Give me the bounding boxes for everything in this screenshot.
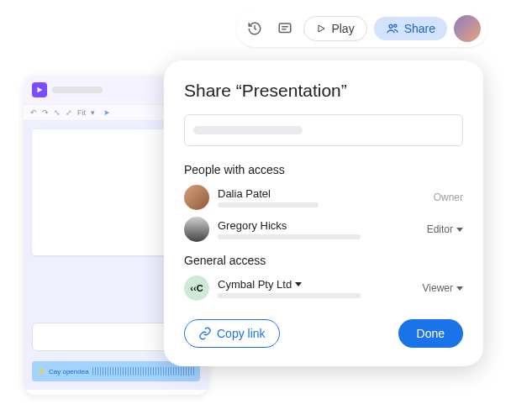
waveform-icon (92, 367, 195, 375)
svg-marker-3 (319, 25, 324, 32)
role-owner-label: Owner (434, 192, 463, 203)
chevron-down-icon (295, 282, 302, 286)
play-button[interactable]: Play (303, 16, 366, 41)
chevron-down-icon (456, 228, 463, 232)
role-dropdown[interactable]: Editor (427, 223, 463, 235)
svg-point-4 (389, 24, 392, 28)
avatar (184, 185, 209, 210)
account-avatar[interactable] (454, 15, 481, 42)
app-logo-icon (32, 82, 47, 97)
people-with-access-header: People with access (184, 163, 463, 176)
person-name: Gregory Hicks (218, 219, 419, 232)
comment-icon[interactable] (273, 17, 297, 40)
role-label: Editor (427, 223, 453, 235)
general-access-header: General access (184, 254, 463, 267)
role-label: Viewer (423, 282, 453, 294)
fit-label[interactable]: Fit (77, 108, 86, 117)
undo-icon[interactable]: ↶ (30, 108, 37, 117)
cursor-icon[interactable]: ➤ (103, 108, 110, 117)
audio-title: Cay opendea (49, 368, 89, 375)
role-dropdown[interactable]: Viewer (423, 282, 463, 294)
share-button[interactable]: Share (374, 17, 447, 40)
org-row: ‹‹C Cymbal Pty Ltd Viewer (184, 276, 463, 301)
person-row: Gregory Hicks Editor (184, 217, 463, 242)
person-email-placeholder (218, 234, 361, 239)
org-scope-dropdown[interactable]: Cymbal Pty Ltd (218, 278, 414, 291)
link-icon (198, 327, 212, 340)
play-icon (316, 24, 326, 34)
top-toolbar: Play Share (236, 10, 487, 47)
zoom-in-icon[interactable]: ⤢ (66, 108, 72, 117)
org-sub-placeholder (218, 293, 361, 298)
avatar (184, 217, 209, 242)
audio-play-icon[interactable]: ⚡ (37, 368, 45, 375)
org-name: Cymbal Pty Ltd (218, 278, 292, 291)
share-dialog: Share “Presentation” People with access … (164, 60, 483, 366)
doc-title-placeholder (52, 87, 103, 93)
add-people-input[interactable] (184, 114, 463, 146)
redo-icon[interactable]: ↷ (42, 108, 49, 117)
svg-point-5 (393, 24, 396, 27)
zoom-out-icon[interactable]: ⤡ (54, 108, 61, 117)
done-button[interactable]: Done (398, 319, 463, 348)
person-name: Dalia Patel (218, 187, 425, 200)
share-people-icon (386, 22, 399, 35)
input-placeholder (193, 126, 303, 134)
copy-link-button[interactable]: Copy link (184, 319, 280, 348)
person-email-placeholder (218, 202, 319, 207)
org-avatar: ‹‹C (184, 276, 209, 301)
share-label: Share (404, 22, 435, 35)
person-row: Dalia Patel Owner (184, 185, 463, 210)
copy-link-label: Copy link (217, 327, 266, 340)
play-label: Play (331, 22, 354, 35)
svg-rect-0 (280, 24, 292, 33)
history-icon[interactable] (243, 17, 266, 40)
share-dialog-title: Share “Presentation” (184, 81, 463, 101)
svg-marker-6 (38, 87, 43, 93)
chevron-down-icon (456, 286, 463, 291)
